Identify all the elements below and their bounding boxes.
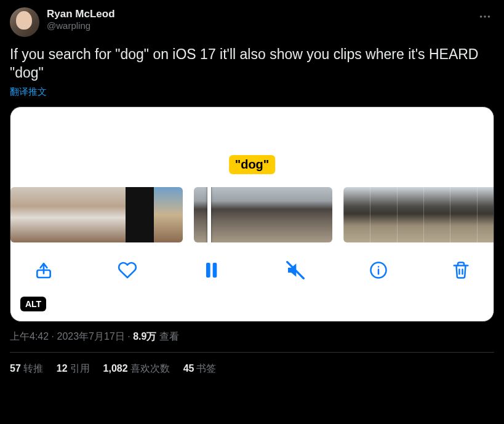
clip-frame (263, 187, 298, 242)
clip-frame (370, 187, 396, 242)
more-icon[interactable] (476, 7, 494, 28)
clip-frame (423, 187, 450, 242)
clip-frame (126, 187, 154, 242)
pause-icon[interactable] (201, 260, 221, 280)
svg-point-2 (488, 15, 490, 18)
display-name: Ryan McLeod (47, 7, 468, 20)
views-label: 查看 (159, 331, 179, 342)
clip-frame (154, 187, 183, 242)
clip-frame (39, 187, 68, 242)
tweet-header: Ryan McLeod @warpling (10, 7, 494, 37)
video-timeline[interactable] (10, 184, 494, 246)
clip-frame (298, 187, 332, 242)
share-icon[interactable] (34, 260, 54, 280)
clip-frame (343, 187, 370, 242)
playhead[interactable] (207, 187, 211, 242)
bookmarks-stat[interactable]: 45书签 (183, 362, 217, 375)
heart-icon[interactable] (118, 260, 137, 280)
retweets-stat[interactable]: 57转推 (10, 362, 43, 375)
media-top: "dog" (10, 107, 494, 184)
svg-point-1 (484, 15, 486, 18)
handle: @warpling (47, 20, 468, 32)
clip-group[interactable] (343, 187, 494, 242)
svg-point-0 (480, 15, 482, 18)
trash-icon[interactable] (452, 261, 470, 279)
views-count: 8.9万 (133, 331, 156, 342)
tweet-meta[interactable]: 上午4:42 · 2023年7月17日 · 8.9万 查看 (10, 330, 494, 343)
quotes-stat[interactable]: 12引用 (57, 362, 90, 375)
caption-pill: "dog" (229, 155, 276, 174)
alt-badge[interactable]: ALT (20, 297, 46, 311)
clip-frame (228, 187, 263, 242)
clip-frame (477, 187, 494, 242)
tweet-date: 2023年7月17日 (57, 331, 124, 342)
info-icon[interactable] (369, 261, 388, 279)
clip-frame (68, 187, 97, 242)
clip-frame (450, 187, 476, 242)
author-block[interactable]: Ryan McLeod @warpling (47, 7, 468, 32)
svg-rect-4 (206, 263, 210, 278)
translate-link[interactable]: 翻译推文 (10, 86, 47, 98)
clip-frame (397, 187, 423, 242)
tweet-stats: 57转推 12引用 1,082喜欢次数 45书签 (10, 353, 494, 375)
tweet-time: 上午4:42 (10, 331, 49, 342)
media-toolbar (10, 246, 494, 280)
svg-point-8 (378, 266, 380, 268)
tweet-container: Ryan McLeod @warpling If you search for … (0, 0, 504, 375)
svg-rect-5 (213, 263, 217, 278)
avatar[interactable] (10, 7, 39, 37)
likes-stat[interactable]: 1,082喜欢次数 (103, 362, 170, 375)
speaker-muted-icon[interactable] (286, 260, 305, 280)
clip-group[interactable] (194, 187, 332, 242)
tweet-text: If you search for "dog" on iOS 17 it'll … (10, 46, 494, 82)
media-card[interactable]: "dog" (10, 106, 494, 322)
clip-group[interactable] (10, 187, 183, 242)
clip-frame (10, 187, 39, 242)
clip-frame (194, 187, 228, 242)
clip-frame (97, 187, 126, 242)
